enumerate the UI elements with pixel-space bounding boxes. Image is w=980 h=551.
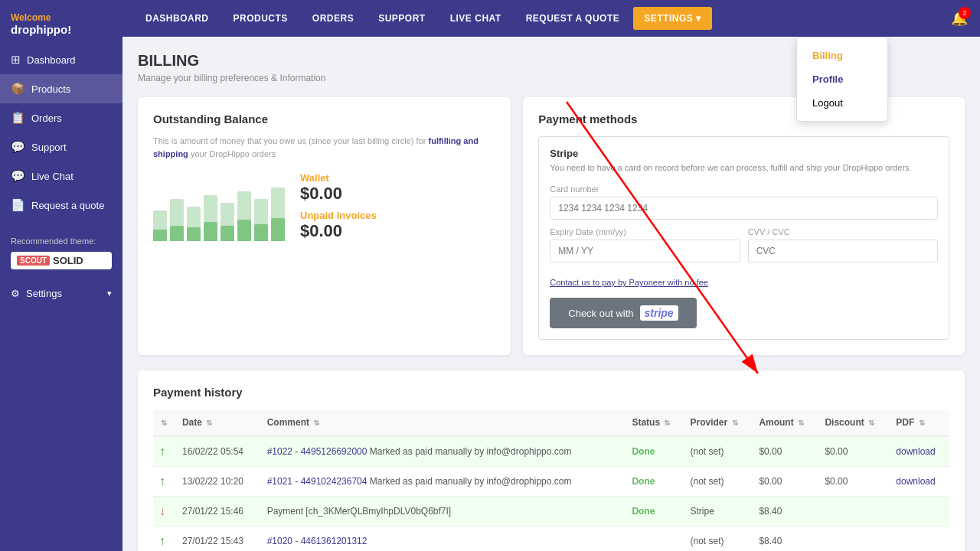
row-provider: (not set) [684, 527, 753, 551]
dropdown-profile[interactable]: Profile [797, 67, 887, 91]
row-date: 27/01/22 15:43 [176, 527, 261, 551]
notification-badge: 2 [959, 7, 971, 19]
main-area: DASHBOARD PRODUCTS ORDERS SUPPORT LIVE C… [122, 0, 980, 551]
row-pdf [890, 497, 949, 527]
sidebar-item-support[interactable]: 💬 Support [0, 132, 122, 161]
stripe-title: Stripe [550, 148, 938, 159]
row-discount: $0.00 [818, 467, 890, 497]
notification-button[interactable]: 🔔 2 [951, 10, 968, 27]
recommended-section: Recommended theme: SCOUT SOLID [0, 226, 122, 280]
dropdown-logout[interactable]: Logout [797, 91, 887, 115]
payoneer-link[interactable]: Contact us to pay by Payoneer with no fe… [550, 278, 938, 287]
nav-livechat-button[interactable]: LIVE CHAT [439, 7, 512, 30]
card-number-field: Card number [550, 184, 938, 220]
nav-support-button[interactable]: SUPPORT [368, 7, 436, 30]
balance-card: Outstanding Balance This is amount of mo… [138, 97, 511, 355]
chart-bar [271, 187, 285, 241]
sidebar-item-label: Support [31, 142, 67, 153]
arrow-up-icon: ↑ [159, 534, 165, 547]
arrow-up-icon: ↑ [159, 445, 165, 458]
welcome-section: Welcome drophippo! [0, 0, 122, 45]
comment-link[interactable]: #1021 - 4491024236704 [267, 476, 368, 487]
nav-products-button[interactable]: PRODUCTS [223, 7, 299, 30]
col-comment: Comment ⇅ [261, 409, 626, 436]
sidebar-item-dashboard[interactable]: ⊞ Dashboard [0, 45, 122, 74]
quote-icon: 📄 [11, 198, 25, 212]
wallet-amount: $0.00 [300, 184, 377, 204]
sidebar-item-label: Live Chat [31, 171, 74, 182]
nav-request-quote-button[interactable]: REQUEST A QUOTE [515, 7, 631, 30]
dashboard-icon: ⊞ [11, 53, 21, 67]
row-type: ↓ [153, 497, 176, 527]
sidebar-item-request-quote[interactable]: 📄 Request a quote [0, 191, 122, 220]
orders-icon: 📋 [11, 111, 25, 125]
welcome-label: Welcome [11, 12, 112, 23]
support-icon: 💬 [11, 140, 25, 154]
row-comment: #1022 - 4495126692000 Marked as paid man… [261, 436, 626, 467]
unpaid-amount: $0.00 [300, 221, 377, 241]
payment-methods-card: Payment methods Stripe You need to have … [523, 97, 965, 355]
stripe-section: Stripe You need to have a card on record… [538, 136, 949, 340]
sidebar-item-label: Orders [31, 112, 62, 124]
stripe-logo: stripe [640, 305, 678, 321]
row-date: 13/02/22 10:20 [176, 467, 261, 497]
chart-bar [220, 203, 234, 241]
chart-bar [153, 210, 167, 241]
arrow-down-icon: ↓ [159, 504, 165, 517]
row-type: ↑ [153, 527, 176, 551]
row-pdf: download [890, 436, 949, 467]
row-provider: (not set) [684, 436, 753, 467]
products-icon: 📦 [11, 82, 25, 96]
sidebar-item-orders[interactable]: 📋 Orders [0, 103, 122, 132]
payment-history-card: Payment history ⇅ Date ⇅ Comment ⇅ Statu… [138, 370, 965, 551]
dropdown-billing[interactable]: Billing [797, 44, 887, 67]
cvc-field: CVV / CVC [748, 227, 938, 262]
payment-history-table: ⇅ Date ⇅ Comment ⇅ Status ⇅ Provider ⇅ A… [153, 409, 949, 551]
nav-dashboard-button[interactable]: DASHBOARD [135, 7, 220, 30]
row-date: 16/02/22 05:54 [176, 436, 261, 467]
table-row: ↓ 27/01/22 15:46 Payment [ch_3KMerQLBmyI… [153, 497, 949, 527]
card-number-input[interactable] [550, 197, 938, 220]
balance-description: This is amount of money that you owe us … [153, 135, 495, 160]
user-name: drophippo! [11, 23, 112, 36]
expiry-input[interactable] [550, 240, 740, 262]
nav-orders-button[interactable]: ORDERS [302, 7, 364, 30]
balance-card-title: Outstanding Balance [153, 112, 495, 126]
nav-settings-button[interactable]: SETTINGS ▾ [633, 7, 711, 30]
row-comment: #1020 - 4461361201312 [261, 527, 626, 551]
comment-link[interactable]: #1022 - 4495126692000 [267, 446, 368, 457]
row-amount: $8.40 [753, 527, 818, 551]
balance-chart [153, 180, 285, 241]
chart-bar [254, 199, 268, 241]
row-comment: Payment [ch_3KMerQLBmyIhpDLV0bQ6bf7I] [261, 497, 626, 527]
row-provider: Stripe [684, 497, 753, 527]
top-navigation: DASHBOARD PRODUCTS ORDERS SUPPORT LIVE C… [122, 0, 980, 37]
sidebar-item-settings[interactable]: ⚙ Settings ▾ [0, 280, 122, 307]
sidebar-item-label: Dashboard [27, 54, 76, 66]
sidebar-item-label: Products [31, 83, 70, 95]
cvc-input[interactable] [748, 240, 938, 262]
comment-link[interactable]: #1020 - 4461361201312 [267, 536, 368, 546]
card-number-label: Card number [550, 184, 938, 194]
checkout-label: Check out with [568, 308, 633, 319]
cvc-label: CVV / CVC [748, 227, 938, 236]
row-date: 27/01/22 15:46 [176, 497, 261, 527]
theme-badge[interactable]: SCOUT SOLID [11, 252, 112, 269]
row-status: Done [626, 436, 684, 467]
row-comment: #1021 - 4491024236704 Marked as paid man… [261, 467, 626, 497]
row-status: Done [626, 497, 684, 527]
wallet-label: Wallet [300, 172, 377, 184]
sidebar-item-livechat[interactable]: 💬 Live Chat [0, 161, 122, 191]
expiry-cvc-row: Expiry Date (mm/yy) CVV / CVC [550, 227, 938, 270]
theme-icon: SCOUT [17, 256, 50, 266]
unpaid-label: Unpaid Invoices [300, 210, 377, 221]
sidebar-item-products[interactable]: 📦 Products [0, 74, 122, 103]
download-link[interactable]: download [896, 446, 935, 457]
checkout-button[interactable]: Check out with stripe [550, 298, 696, 328]
settings-label: Settings [26, 288, 62, 299]
theme-name: SOLID [53, 255, 83, 266]
download-link[interactable]: download [896, 476, 935, 487]
row-pdf: download [890, 467, 949, 497]
table-row: ↑ 13/02/22 10:20 #1021 - 4491024236704 M… [153, 467, 949, 497]
settings-icon: ⚙ [11, 288, 20, 299]
